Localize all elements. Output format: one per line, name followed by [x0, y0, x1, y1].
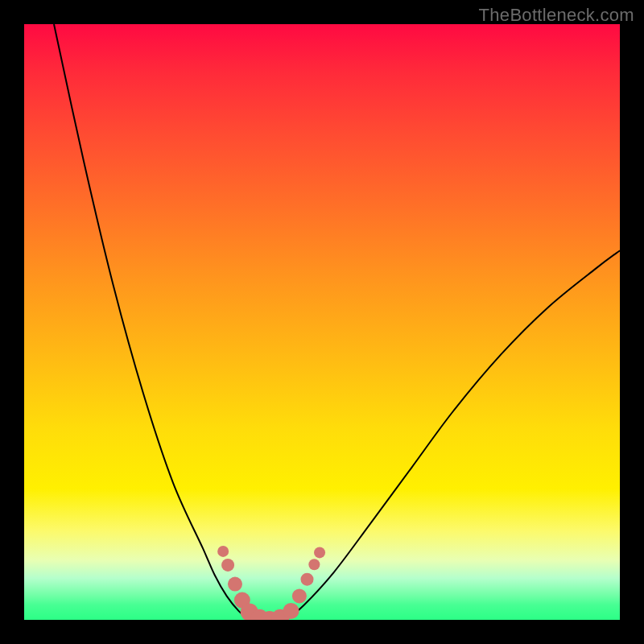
- data-marker: [283, 603, 299, 619]
- data-marker: [217, 546, 229, 557]
- data-marker: [314, 547, 325, 558]
- data-marker: [292, 588, 307, 603]
- marker-group: [217, 546, 325, 620]
- chart-svg: [24, 24, 620, 620]
- data-marker: [301, 573, 314, 586]
- right-curve: [287, 250, 620, 620]
- data-marker: [308, 559, 320, 570]
- watermark-text: TheBottleneck.com: [479, 5, 634, 26]
- data-marker: [221, 559, 234, 572]
- chart-frame: TheBottleneck.com: [0, 0, 644, 644]
- data-marker: [228, 577, 242, 592]
- left-curve: [54, 24, 250, 620]
- plot-area: [24, 24, 620, 620]
